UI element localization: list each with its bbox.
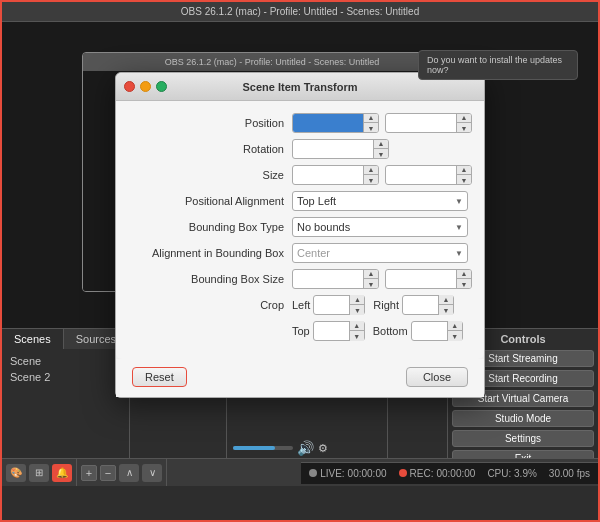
size-row: Size 1920.0000 ▲ ▼ 1080.0000 <box>132 165 468 185</box>
close-dialog-button[interactable]: Close <box>406 367 468 387</box>
volume-slider[interactable] <box>233 446 293 450</box>
crop-top-up[interactable]: ▲ <box>350 321 364 331</box>
crop-label: Crop <box>132 299 292 311</box>
move-up-icon[interactable]: ∧ <box>119 464 139 482</box>
rotation-input[interactable]: 0.00 ▲ ▼ <box>292 139 389 159</box>
mute-icon[interactable]: 🔊 <box>297 440 314 456</box>
crop-right-spin[interactable]: 0 ▲ ▼ <box>402 295 454 315</box>
position-y-field[interactable]: 0.0000 <box>386 114 456 132</box>
toolbar-left: 🎨 ⊞ 🔔 <box>2 459 77 486</box>
size-w-input[interactable]: 1920.0000 ▲ ▼ <box>292 165 379 185</box>
apps-icon[interactable]: ⊞ <box>29 464 49 482</box>
bbox-w-up[interactable]: ▲ <box>364 269 378 279</box>
crop-left-down[interactable]: ▼ <box>350 305 364 315</box>
remove-scene-button[interactable]: − <box>100 465 116 481</box>
live-label: LIVE: <box>320 468 344 479</box>
crop-bottom-input[interactable]: 0 <box>412 322 447 340</box>
crop-bottom-arrows: ▲ ▼ <box>447 321 462 341</box>
reset-button[interactable]: Reset <box>132 367 187 387</box>
rec-time: 00:00:00 <box>436 468 475 479</box>
crop-top-input[interactable]: 0 <box>314 322 349 340</box>
crop-left-field: Left 0 ▲ ▼ <box>292 295 365 315</box>
add-scene-button[interactable]: + <box>81 465 97 481</box>
studio-mode-button[interactable]: Studio Mode <box>452 410 594 427</box>
alignment-bounding-select[interactable]: Center ▼ <box>292 243 468 263</box>
inner-obs-title: OBS 26.1.2 (mac) - Profile: Untitled - S… <box>165 57 380 67</box>
crop-left-up[interactable]: ▲ <box>350 295 364 305</box>
crop-bottom-down[interactable]: ▼ <box>448 331 462 341</box>
bbox-w-arrows: ▲ ▼ <box>363 269 378 289</box>
obs-main-window: OBS 26.1.2 (mac) - Profile: Untitled - S… <box>0 0 600 522</box>
position-x-up[interactable]: ▲ <box>364 113 378 123</box>
finder-icon[interactable]: 🎨 <box>6 464 26 482</box>
position-y-down[interactable]: ▼ <box>457 123 471 133</box>
crop-top-field: Top 0 ▲ ▼ <box>292 321 365 341</box>
crop-lr-row: Crop Left 0 ▲ ▼ <box>132 295 468 315</box>
crop-right-up[interactable]: ▲ <box>439 295 453 305</box>
bbox-w-input[interactable]: 1.0000 ▲ ▼ <box>292 269 379 289</box>
crop-top-spin[interactable]: 0 ▲ ▼ <box>313 321 365 341</box>
bottom-toolbar: 🎨 ⊞ 🔔 + − ∧ ∨ LIVE: 00:00:00 REC: <box>2 458 598 486</box>
rec-label: REC: <box>410 468 434 479</box>
rotation-up[interactable]: ▲ <box>374 139 388 149</box>
bbox-h-down[interactable]: ▼ <box>457 279 471 289</box>
size-w-up[interactable]: ▲ <box>364 165 378 175</box>
position-y-input[interactable]: 0.0000 ▲ ▼ <box>385 113 472 133</box>
inner-obs-titlebar: OBS 26.1.2 (mac) - Profile: Untitled - S… <box>83 53 461 71</box>
crop-right-input[interactable]: 0 <box>403 296 438 314</box>
size-h-field[interactable]: 1080.0000 <box>386 166 456 184</box>
size-h-down[interactable]: ▼ <box>457 175 471 185</box>
bbox-h-input[interactable]: 1.0000 ▲ ▼ <box>385 269 472 289</box>
position-label: Position <box>132 117 292 129</box>
bbox-h-field[interactable]: 1.0000 <box>386 270 456 288</box>
settings-button[interactable]: Settings <box>452 430 594 447</box>
minimize-button-traffic[interactable] <box>140 81 151 92</box>
crop-left-arrows: ▲ ▼ <box>349 295 364 315</box>
position-x-field[interactable]: 0.0000 <box>293 114 363 132</box>
crop-left-input[interactable]: 0 <box>314 296 349 314</box>
bounding-box-type-select[interactable]: No bounds ▼ <box>292 217 468 237</box>
rotation-label: Rotation <box>132 143 292 155</box>
crop-top-arrows: ▲ ▼ <box>349 321 364 341</box>
tab-scenes[interactable]: Scenes <box>2 329 64 349</box>
maximize-button-traffic[interactable] <box>156 81 167 92</box>
crop-bottom-label: Bottom <box>373 325 408 337</box>
close-button-traffic[interactable] <box>124 81 135 92</box>
size-w-field[interactable]: 1920.0000 <box>293 166 363 184</box>
scene-item-2[interactable]: Scene 2 <box>6 369 125 385</box>
position-x-arrows: ▲ ▼ <box>363 113 378 133</box>
crop-bottom-spin[interactable]: 0 ▲ ▼ <box>411 321 463 341</box>
bbox-h-arrows: ▲ ▼ <box>456 269 471 289</box>
position-x-input[interactable]: 0.0000 ▲ ▼ <box>292 113 379 133</box>
live-time: 00:00:00 <box>348 468 387 479</box>
move-down-icon[interactable]: ∨ <box>142 464 162 482</box>
bbox-h-up[interactable]: ▲ <box>457 269 471 279</box>
traffic-lights <box>124 81 167 92</box>
bbox-w-down[interactable]: ▼ <box>364 279 378 289</box>
scenes-tabs: Scenes Sources <box>2 329 129 349</box>
size-inputs: 1920.0000 ▲ ▼ 1080.0000 ▲ ▼ <box>292 165 472 185</box>
positional-alignment-select[interactable]: Top Left ▼ <box>292 191 468 211</box>
position-y-up[interactable]: ▲ <box>457 113 471 123</box>
preview-area: OBS 26.1.2 (mac) - Profile: Untitled - S… <box>2 22 598 332</box>
crop-bottom-up[interactable]: ▲ <box>448 321 462 331</box>
notification-icon[interactable]: 🔔 <box>52 464 72 482</box>
position-x-down[interactable]: ▼ <box>364 123 378 133</box>
crop-top-label: Top <box>292 325 310 337</box>
crop-left-spin[interactable]: 0 ▲ ▼ <box>313 295 365 315</box>
rotation-down[interactable]: ▼ <box>374 149 388 159</box>
bounding-box-type-chevron: ▼ <box>455 223 463 232</box>
positional-alignment-chevron: ▼ <box>455 197 463 206</box>
crop-fields: Left 0 ▲ ▼ Right <box>292 295 454 315</box>
audio-config-icon[interactable]: ⚙ <box>318 442 328 455</box>
scene-item-1[interactable]: Scene <box>6 353 125 369</box>
cpu-usage: CPU: 3.9% <box>487 468 536 479</box>
rotation-field[interactable]: 0.00 <box>293 140 373 158</box>
crop-right-down[interactable]: ▼ <box>439 305 453 315</box>
bbox-w-field[interactable]: 1.0000 <box>293 270 363 288</box>
size-h-input[interactable]: 1080.0000 ▲ ▼ <box>385 165 472 185</box>
crop-top-down[interactable]: ▼ <box>350 331 364 341</box>
notification-badge[interactable]: Do you want to install the updates now? <box>418 50 578 80</box>
size-w-down[interactable]: ▼ <box>364 175 378 185</box>
size-h-up[interactable]: ▲ <box>457 165 471 175</box>
